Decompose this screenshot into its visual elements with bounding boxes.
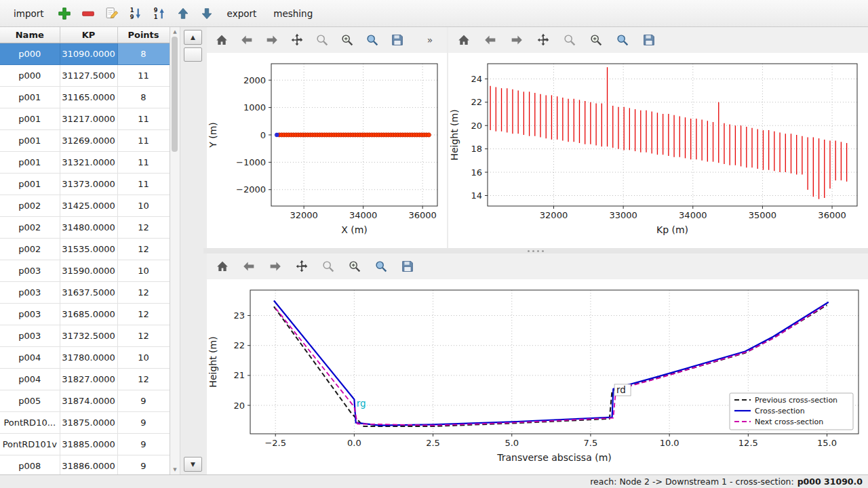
table-row[interactable]: p00131165.00008 xyxy=(0,87,170,108)
table-scrollbar-thumb[interactable] xyxy=(172,37,178,152)
back-button[interactable] xyxy=(481,31,499,49)
table-row[interactable]: p00231535.000012 xyxy=(0,239,170,260)
pan-button[interactable] xyxy=(293,258,311,275)
zoom-button[interactable] xyxy=(319,258,337,275)
kp-cell[interactable]: 31827.0000 xyxy=(60,369,117,390)
points-cell[interactable]: 11 xyxy=(117,108,170,130)
kp-cell[interactable]: 31874.0000 xyxy=(60,390,117,412)
plan-view-chart[interactable]: 320003400036000−2000−1000010002000X (m)Y… xyxy=(207,53,447,248)
table-row[interactable]: p00431780.000010 xyxy=(0,347,170,369)
toolbar-overflow-button[interactable]: » xyxy=(424,31,440,49)
name-cell[interactable]: p005 xyxy=(0,390,60,412)
move-up-button[interactable] xyxy=(174,5,192,22)
customize-button[interactable] xyxy=(614,31,631,49)
name-cell[interactable]: p004 xyxy=(0,347,60,369)
name-cell[interactable]: p003 xyxy=(0,282,60,304)
points-cell[interactable]: 9 xyxy=(117,390,170,412)
table-row[interactable]: p00131269.000011 xyxy=(0,130,170,152)
forward-button[interactable] xyxy=(264,31,280,49)
name-cell[interactable]: p000 xyxy=(0,65,60,87)
forward-button[interactable] xyxy=(508,31,526,49)
points-cell[interactable]: 10 xyxy=(117,260,170,282)
kp-cell[interactable]: 31090.0000 xyxy=(60,43,117,65)
name-cell[interactable]: p002 xyxy=(0,195,60,217)
table-row[interactable]: p00331637.500012 xyxy=(0,282,170,304)
kp-cell[interactable]: 31885.0000 xyxy=(60,434,117,455)
kp-cell[interactable]: 31425.0000 xyxy=(60,195,117,217)
points-cell[interactable]: 12 xyxy=(117,369,170,390)
points-cell[interactable]: 11 xyxy=(117,174,170,195)
kp-cell[interactable]: 31165.0000 xyxy=(60,87,117,108)
name-cell[interactable]: p001 xyxy=(0,174,60,195)
back-button[interactable] xyxy=(240,258,258,275)
subplots-button[interactable] xyxy=(339,31,355,49)
column-header-name[interactable]: Name xyxy=(0,27,60,43)
table-row[interactable]: p00231425.000010 xyxy=(0,195,170,217)
name-cell[interactable]: p002 xyxy=(0,217,60,239)
points-cell[interactable]: 8 xyxy=(117,43,170,65)
table-row[interactable]: p00331590.000010 xyxy=(0,260,170,282)
sort-descending-button[interactable]: 19 xyxy=(127,5,144,22)
customize-button[interactable] xyxy=(372,258,390,275)
name-cell[interactable]: PontRD101v xyxy=(0,434,60,455)
kp-cell[interactable]: 31321.0000 xyxy=(60,152,117,174)
remove-cross-section-button[interactable] xyxy=(79,5,97,22)
name-cell[interactable]: p008 xyxy=(0,455,60,475)
name-cell[interactable]: PontRD10... xyxy=(0,412,60,434)
name-cell[interactable]: p000 xyxy=(0,43,60,65)
table-row[interactable]: p00831886.00009 xyxy=(0,455,170,475)
points-cell[interactable]: 12 xyxy=(117,239,170,260)
customize-button[interactable] xyxy=(364,31,380,49)
table-scroll-up-icon[interactable]: ▲ xyxy=(170,28,180,35)
save-button[interactable] xyxy=(640,31,658,49)
table-scroll-down-icon[interactable]: ▼ xyxy=(170,466,180,473)
name-cell[interactable]: p004 xyxy=(0,369,60,390)
kp-cell[interactable]: 31780.0000 xyxy=(60,347,117,369)
table-row[interactable]: p00531874.00009 xyxy=(0,390,170,412)
points-cell[interactable]: 9 xyxy=(117,412,170,434)
kp-cell[interactable]: 31127.5000 xyxy=(60,65,117,87)
save-button[interactable] xyxy=(399,258,416,275)
table-scrollbar[interactable]: ▲ ▼ xyxy=(170,27,180,474)
splitter-handle[interactable] xyxy=(203,248,868,253)
table-row[interactable]: p00131321.000011 xyxy=(0,152,170,174)
points-cell[interactable]: 9 xyxy=(117,434,170,455)
table-row[interactable]: p00131217.000011 xyxy=(0,108,170,130)
panel-scrollbar-thumb[interactable] xyxy=(184,47,202,62)
kp-cell[interactable]: 31732.5000 xyxy=(60,325,117,347)
table-row[interactable]: p00331732.500012 xyxy=(0,325,170,347)
panel-scroll-up-button[interactable]: ▲ xyxy=(184,30,202,45)
kp-cell[interactable]: 31373.0000 xyxy=(60,174,117,195)
kp-cell[interactable]: 31480.0000 xyxy=(60,217,117,239)
name-cell[interactable]: p001 xyxy=(0,108,60,130)
forward-button[interactable] xyxy=(267,258,284,275)
kp-cell[interactable]: 31875.0000 xyxy=(60,412,117,434)
home-button[interactable] xyxy=(214,258,231,275)
name-cell[interactable]: p001 xyxy=(0,152,60,174)
points-cell[interactable]: 12 xyxy=(117,282,170,304)
name-cell[interactable]: p003 xyxy=(0,260,60,282)
points-cell[interactable]: 10 xyxy=(117,347,170,369)
table-row[interactable]: p00431827.000012 xyxy=(0,369,170,390)
points-cell[interactable]: 11 xyxy=(117,152,170,174)
table-row[interactable]: p00031127.500011 xyxy=(0,65,170,87)
points-cell[interactable]: 8 xyxy=(117,87,170,108)
add-cross-section-button[interactable] xyxy=(56,5,73,22)
move-down-button[interactable] xyxy=(198,5,216,22)
column-header-points[interactable]: Points xyxy=(117,27,170,43)
kp-cell[interactable]: 31685.0000 xyxy=(60,304,117,325)
points-cell[interactable]: 12 xyxy=(117,304,170,325)
export-button[interactable]: export xyxy=(222,5,262,22)
subplots-button[interactable] xyxy=(587,31,605,49)
points-cell[interactable]: 12 xyxy=(117,217,170,239)
cross-section-chart[interactable]: −2.50.02.55.07.510.012.515.020212223Tran… xyxy=(207,279,868,474)
name-cell[interactable]: p002 xyxy=(0,239,60,260)
back-button[interactable] xyxy=(239,31,255,49)
kp-cell[interactable]: 31217.0000 xyxy=(60,108,117,130)
pan-button[interactable] xyxy=(534,31,552,49)
points-cell[interactable]: 9 xyxy=(117,455,170,475)
edit-button[interactable] xyxy=(103,5,121,22)
points-cell[interactable]: 11 xyxy=(117,65,170,87)
kp-cell[interactable]: 31535.0000 xyxy=(60,239,117,260)
name-cell[interactable]: p003 xyxy=(0,304,60,325)
